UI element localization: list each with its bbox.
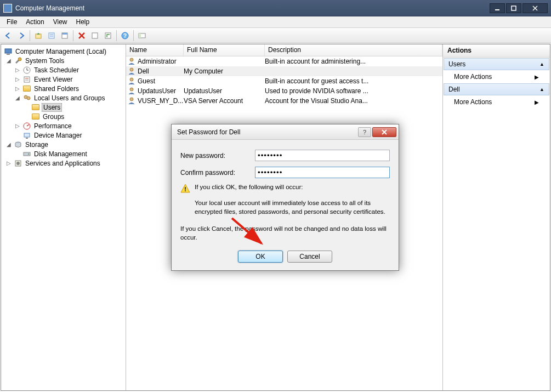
user-row[interactable]: VUSR_MY_D... VSA Server Account Account … (126, 96, 442, 106)
list-header: Name Full Name Description (126, 44, 442, 56)
forward-button[interactable] (15, 30, 27, 42)
tree-device-manager[interactable]: Device Manager (33, 132, 83, 139)
users-group-icon (22, 94, 31, 103)
menu-file[interactable]: File (2, 17, 21, 27)
collapse-icon[interactable]: ◢ (5, 58, 12, 64)
delete-button[interactable] (76, 30, 88, 42)
tree-system-tools[interactable]: System Tools (24, 57, 65, 65)
expand-icon[interactable]: ▷ (14, 67, 21, 73)
col-name[interactable]: Name (126, 44, 184, 56)
dialog-help-button[interactable]: ? (358, 127, 371, 137)
svg-rect-34 (24, 152, 30, 156)
toolbar: ? (0, 28, 551, 43)
tree-users[interactable]: Users (42, 103, 62, 112)
export-button[interactable] (89, 30, 101, 42)
svg-rect-31 (24, 133, 30, 137)
folder-icon (31, 103, 40, 112)
cell-name: Guest (138, 77, 184, 85)
tree-groups[interactable]: Groups (42, 113, 65, 121)
svg-point-42 (130, 98, 133, 101)
col-full-name[interactable]: Full Name (184, 44, 265, 56)
help-button[interactable]: ? (119, 30, 131, 42)
menu-action[interactable]: Action (21, 17, 48, 27)
submenu-icon: ▶ (535, 74, 539, 80)
cancel-button[interactable]: Cancel (287, 251, 332, 263)
window-titlebar: Computer Management (0, 0, 551, 16)
tree-services-apps[interactable]: Services and Applications (24, 160, 101, 167)
svg-rect-5 (49, 33, 54, 38)
menu-help[interactable]: Help (72, 17, 94, 27)
svg-point-40 (130, 78, 133, 81)
svg-rect-18 (5, 49, 12, 53)
menu-view[interactable]: View (49, 17, 72, 27)
back-button[interactable] (2, 30, 14, 42)
user-row[interactable]: UpdatusUser UpdatusUser Used to provide … (126, 86, 442, 96)
svg-text:?: ? (123, 33, 127, 39)
collapse-icon[interactable]: ◢ (5, 141, 12, 147)
actions-section-users[interactable]: Users▲ (444, 58, 549, 70)
expand-icon[interactable]: ▷ (14, 86, 21, 92)
maximize-button[interactable] (506, 3, 521, 13)
actions-header: Actions (443, 44, 550, 58)
dialog-title: Set Password for Dell (177, 128, 357, 136)
cell-description: Built-in account for guest access t... (265, 77, 442, 85)
expand-icon[interactable]: ▷ (14, 123, 21, 129)
svg-point-35 (28, 154, 29, 155)
warning-heading: If you click OK, the following will occu… (195, 184, 303, 194)
svg-point-20 (18, 58, 21, 61)
refresh2-button[interactable] (102, 30, 114, 42)
dialog-titlebar[interactable]: Set Password for Dell ? (172, 124, 399, 140)
tree-panel[interactable]: Computer Management (Local) ◢System Tool… (1, 44, 126, 390)
cell-name: Dell (138, 67, 184, 75)
tree-shared-folders[interactable]: Shared Folders (33, 85, 80, 93)
tree-event-viewer[interactable]: Event Viewer (33, 76, 73, 83)
svg-rect-13 (105, 33, 111, 38)
minimize-button[interactable] (490, 3, 505, 13)
new-password-input[interactable] (255, 150, 390, 161)
user-row[interactable]: Guest Built-in account for guest access … (126, 76, 442, 86)
cell-name: VUSR_MY_D... (138, 97, 184, 105)
actions-more-dell[interactable]: More Actions▶ (443, 96, 550, 108)
actions-more-users[interactable]: More Actions▶ (443, 71, 550, 83)
tree-local-users[interactable]: Local Users and Groups (33, 94, 106, 102)
svg-rect-9 (62, 33, 67, 35)
ok-button[interactable]: OK (238, 251, 283, 263)
close-button[interactable] (522, 3, 548, 13)
dialog-close-button[interactable] (372, 127, 396, 137)
collapse-icon: ▲ (539, 87, 544, 92)
view-button[interactable] (136, 30, 148, 42)
cell-description: Used to provide NVIDIA software ... (265, 87, 442, 95)
tree-disk-management[interactable]: Disk Management (33, 150, 88, 158)
user-row[interactable]: Administrator Built-in account for admin… (126, 56, 442, 66)
user-row[interactable]: Dell My Computer (126, 66, 442, 76)
svg-point-38 (130, 58, 133, 61)
svg-rect-45 (185, 187, 186, 190)
tree-performance[interactable]: Performance (33, 122, 73, 130)
window-title: Computer Management (15, 4, 490, 12)
svg-rect-4 (36, 34, 41, 38)
collapse-icon[interactable]: ◢ (14, 95, 21, 101)
cell-description: Account for the Visual Studio Ana... (265, 97, 442, 105)
up-button[interactable] (32, 30, 44, 42)
cell-description: Built-in account for administering... (265, 58, 442, 65)
properties-button[interactable] (46, 30, 58, 42)
services-icon (14, 159, 22, 168)
tree-task-scheduler[interactable]: Task Scheduler (33, 66, 80, 74)
expand-icon[interactable]: ▷ (14, 76, 21, 82)
actions-section-dell[interactable]: Dell▲ (444, 83, 549, 95)
user-icon (127, 96, 136, 105)
refresh-button[interactable] (59, 30, 71, 42)
col-description[interactable]: Description (265, 44, 442, 56)
tree-root[interactable]: Computer Management (Local) (14, 48, 107, 55)
svg-point-37 (16, 162, 20, 165)
svg-point-28 (27, 96, 30, 100)
confirm-password-input[interactable] (255, 167, 390, 178)
cell-full-name: UpdatusUser (184, 87, 265, 95)
tree-storage[interactable]: Storage (24, 141, 49, 149)
expand-icon[interactable]: ▷ (5, 160, 12, 166)
svg-point-39 (130, 68, 133, 71)
svg-rect-24 (24, 77, 30, 82)
svg-rect-1 (512, 6, 516, 10)
event-icon (22, 75, 31, 84)
user-icon (127, 67, 136, 76)
